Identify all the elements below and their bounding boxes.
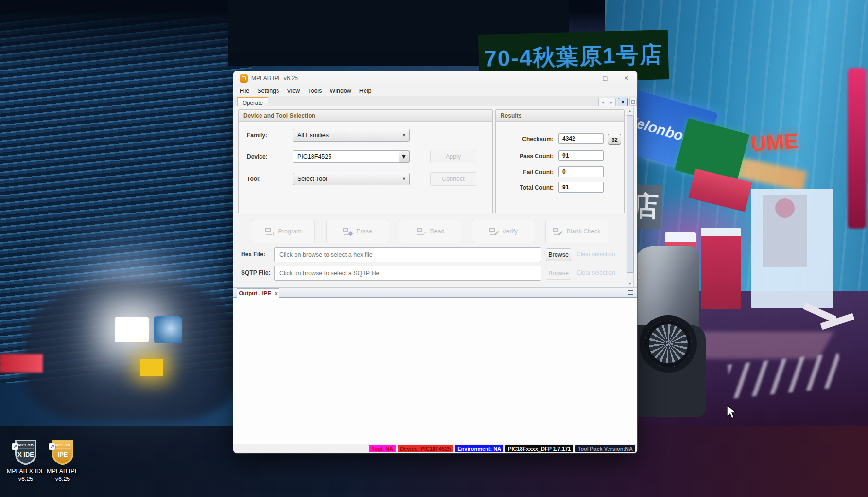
status-bar: Tool: NA Device: PIC18F4525 Environment:…	[233, 444, 637, 453]
checksum-label: Checksum:	[500, 136, 554, 142]
chevron-down-icon: ▼	[402, 129, 406, 141]
shortcut-mplab-ipe[interactable]: MPLAB IPE ↗ MPLAB IPE v6.25	[42, 438, 84, 483]
menu-window[interactable]: Window	[326, 87, 355, 95]
tab-scroll-right-icon[interactable]: ▸	[610, 100, 612, 105]
pass-count-field: 91	[558, 150, 604, 161]
hex-browse-button[interactable]: Browse	[546, 248, 571, 261]
results-panel: Results	[495, 109, 625, 213]
blank-check-label: Blank Check	[566, 228, 600, 235]
tab-output-ipe[interactable]: Output - IPE x	[237, 288, 279, 298]
menu-bar: File Settings View Tools Window Help	[233, 86, 637, 96]
family-value: All Families	[297, 132, 329, 139]
fail-count-label: Fail Count:	[500, 169, 554, 176]
mplab-x-ide-icon: MPLAB X IDE	[14, 438, 38, 466]
mplab-ipe-icon: MPLAB IPE	[51, 438, 75, 466]
family-select[interactable]: All Families ▼	[293, 129, 410, 142]
device-value: PIC18F4525	[297, 153, 331, 160]
erase-icon: ◆	[343, 228, 352, 235]
tab-operate[interactable]: Operate	[237, 97, 268, 106]
total-count-label: Total Count:	[500, 184, 554, 191]
wallpaper-road-arrow	[803, 305, 856, 337]
desktop: 70-4秋葉原1号店 Melonbooks UME 店 1F	[0, 0, 868, 497]
fail-count-field: 0	[558, 166, 604, 177]
wallpaper-delorean-wheel	[640, 315, 697, 373]
wallpaper-car-headlight-blue	[154, 316, 182, 343]
chevron-down-icon[interactable]: ▼	[399, 151, 409, 162]
close-tab-icon[interactable]: x	[275, 291, 278, 296]
output-tab-strip: Output - IPE x	[233, 288, 637, 298]
wallpaper-car-silhouette	[24, 280, 238, 421]
hex-file-label: Hex File:	[241, 251, 265, 258]
hex-clear-selection-link[interactable]: Clear selection	[576, 251, 615, 258]
chevron-down-icon: ▼	[402, 173, 406, 185]
read-icon: ↑	[417, 228, 426, 235]
wallpaper-car-headlight	[115, 317, 149, 342]
verify-button[interactable]: ✔ Verify	[472, 220, 535, 243]
output-tab-label: Output - IPE	[239, 290, 271, 296]
vertical-scrollbar[interactable]: ▲ ▼	[626, 107, 634, 287]
sqtp-clear-selection-link[interactable]: Clear selection	[576, 269, 615, 276]
program-button[interactable]: ↓ Program	[252, 220, 315, 243]
status-badge-tool-pack: Tool Pack Version:NA	[575, 445, 636, 452]
title-bar[interactable]: MPLAB IPE v6.25 – □ ×	[233, 71, 637, 86]
menu-help[interactable]: Help	[355, 87, 376, 95]
blank-check-icon: ✔	[553, 228, 562, 235]
shortcut-label: MPLAB X IDE	[5, 467, 47, 475]
pass-count-label: Pass Count:	[500, 153, 554, 160]
shortcut-version: v6.25	[42, 475, 84, 483]
tool-select[interactable]: Select Tool ▼	[293, 173, 410, 185]
menu-settings[interactable]: Settings	[253, 87, 283, 95]
wallpaper-red-tube-sign	[848, 68, 866, 229]
total-count-field: 91	[558, 182, 604, 193]
read-button[interactable]: ↑ Read	[399, 220, 462, 243]
tab-scroll-left-icon[interactable]: ◂	[602, 100, 604, 105]
shortcut-mplab-x-ide[interactable]: MPLAB X IDE ↗ MPLAB X IDE v6.25	[5, 438, 47, 483]
menu-view[interactable]: View	[283, 87, 304, 95]
scrollbar-thumb[interactable]	[627, 115, 634, 273]
mplab-ipe-window: MPLAB IPE v6.25 – □ × File Settings View…	[233, 71, 637, 453]
tool-label: Tool:	[247, 176, 260, 182]
close-button[interactable]: ×	[616, 71, 637, 86]
svg-text:MPLAB: MPLAB	[18, 443, 34, 447]
output-console[interactable]	[233, 298, 637, 444]
wallpaper-poster-figure	[775, 198, 795, 218]
status-badge-device: Device: PIC18F4525	[398, 445, 453, 452]
tool-value: Select Tool	[297, 176, 327, 182]
apply-button[interactable]: Apply	[430, 150, 476, 163]
float-window-icon[interactable]	[628, 290, 633, 295]
family-label: Family:	[247, 132, 267, 139]
erase-button[interactable]: ◆ Erase	[326, 220, 389, 243]
minimize-button[interactable]: –	[573, 71, 594, 86]
wallpaper-vending-machine	[701, 228, 741, 309]
scroll-up-icon[interactable]: ▲	[626, 107, 633, 114]
svg-text:X IDE: X IDE	[17, 451, 34, 458]
verify-label: Verify	[503, 228, 518, 235]
device-tool-selection-title: Device and Tool Selection	[239, 110, 492, 122]
shortcut-label: MPLAB IPE	[42, 467, 84, 475]
read-label: Read	[430, 228, 445, 235]
hex-file-field[interactable]: Click on browse to select a hex file	[274, 247, 541, 262]
menu-tools[interactable]: Tools	[304, 87, 326, 95]
shortcut-version: v6.25	[5, 475, 47, 483]
connect-button[interactable]: Connect	[430, 172, 476, 186]
device-select[interactable]: PIC18F4525 ▼	[293, 150, 410, 163]
device-label: Device:	[247, 153, 268, 160]
wallpaper-car-foglight	[140, 359, 163, 376]
scroll-down-icon[interactable]: ▼	[626, 280, 633, 287]
svg-text:MPLAB: MPLAB	[55, 443, 70, 447]
maximize-button[interactable]: □	[594, 71, 616, 86]
menu-file[interactable]: File	[236, 87, 253, 95]
wallpaper-ume-neon: UME	[741, 114, 807, 157]
blank-check-button[interactable]: ✔ Blank Check	[545, 220, 608, 243]
verify-icon: ✔	[489, 228, 498, 235]
checksum-field: 4342	[558, 133, 604, 144]
status-badge-tool: Tool: NA	[369, 445, 396, 452]
sqtp-browse-button[interactable]: Browse	[546, 267, 571, 280]
tab-list-dropdown[interactable]: ▼	[618, 98, 628, 106]
tab-strip: Operate ◂ ▸ ▼	[233, 96, 637, 106]
erase-label: Erase	[356, 228, 372, 235]
checksum-bits-button[interactable]: 32	[608, 134, 621, 145]
tab-scroll-buttons[interactable]: ◂ ▸	[598, 98, 616, 106]
sqtp-file-field[interactable]: Click on browse to select a SQTP file	[274, 266, 541, 281]
maximize-pane-button[interactable]	[629, 98, 637, 106]
